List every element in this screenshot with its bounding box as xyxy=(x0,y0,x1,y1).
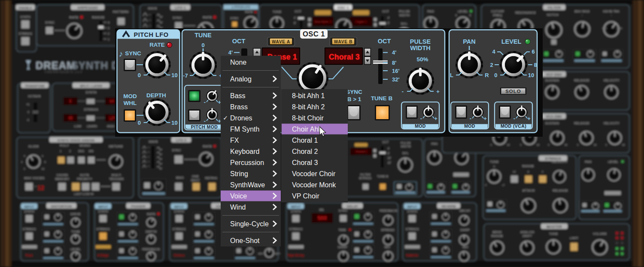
svg-text:SYNC: SYNC xyxy=(125,50,141,57)
svg-text:0: 0 xyxy=(201,42,204,48)
svg-text:String: String xyxy=(230,170,248,177)
svg-text:Drones: Drones xyxy=(230,114,252,122)
svg-text:+: + xyxy=(527,115,531,122)
svg-text:Single-Cycle: Single-Cycle xyxy=(230,220,269,228)
svg-text:8': 8' xyxy=(392,60,396,66)
svg-text:MOD: MOD xyxy=(464,123,475,129)
svg-text:✓: ✓ xyxy=(223,114,228,121)
svg-text:-: - xyxy=(470,115,471,122)
svg-text:4: 4 xyxy=(492,48,495,55)
svg-text:0: 0 xyxy=(494,72,497,78)
svg-text:MOD: MOD xyxy=(123,93,137,99)
svg-text:8-bit Choir: 8-bit Choir xyxy=(292,114,324,122)
svg-text:+: + xyxy=(436,88,440,95)
svg-text:-: - xyxy=(513,115,515,122)
svg-text:SYNC: SYNC xyxy=(346,89,362,95)
svg-text:Choral 3: Choral 3 xyxy=(329,53,360,61)
svg-text:-: - xyxy=(420,115,422,122)
svg-text:10: 10 xyxy=(528,72,534,78)
svg-text:OSC 1: OSC 1 xyxy=(303,30,325,38)
svg-text:TUNE B: TUNE B xyxy=(371,95,393,102)
svg-text:Brass: Brass xyxy=(230,103,248,111)
svg-text:Choir Ahh: Choir Ahh xyxy=(292,126,322,133)
svg-text:-: - xyxy=(402,88,404,95)
svg-text:♪: ♪ xyxy=(119,49,123,58)
svg-text:+: + xyxy=(483,115,487,122)
svg-text:SynthWave: SynthWave xyxy=(230,181,265,189)
svg-text:-7: -7 xyxy=(183,72,188,79)
svg-text:4': 4' xyxy=(392,49,396,56)
svg-text:Bass: Bass xyxy=(230,92,246,99)
svg-text:Choral 2: Choral 2 xyxy=(292,148,318,155)
svg-text:Vocoder Monk: Vocoder Monk xyxy=(292,181,336,189)
svg-text:RATE: RATE xyxy=(149,42,165,48)
svg-text:10: 10 xyxy=(171,120,177,126)
svg-text:OCT: OCT xyxy=(232,38,246,45)
svg-text:WIDTH: WIDTH xyxy=(410,45,431,51)
svg-text:FX: FX xyxy=(230,137,239,144)
svg-text:WAVE A: WAVE A xyxy=(272,39,290,44)
svg-text:8-bit Ahh 2: 8-bit Ahh 2 xyxy=(292,103,325,111)
svg-text:PITCH MOD: PITCH MOD xyxy=(191,124,218,129)
svg-text:MOD (VCA): MOD (VCA) xyxy=(501,123,526,129)
svg-text:6: 6 xyxy=(532,48,535,55)
svg-text:Vocoder Choir: Vocoder Choir xyxy=(292,170,336,177)
svg-text:50%: 50% xyxy=(416,56,428,63)
svg-text:One-Shot: One-Shot xyxy=(230,237,260,244)
svg-text:4': 4' xyxy=(228,49,233,56)
svg-text:16': 16' xyxy=(392,68,400,74)
svg-text:OCT: OCT xyxy=(378,38,391,45)
svg-text:-: - xyxy=(204,99,206,105)
svg-text:Choral 1: Choral 1 xyxy=(292,137,318,144)
svg-text:2: 2 xyxy=(490,62,493,68)
svg-text:Keyboard: Keyboard xyxy=(230,148,260,155)
svg-text:DEPTH: DEPTH xyxy=(146,92,166,99)
svg-text:Analog: Analog xyxy=(230,75,252,83)
svg-text:PITCH LFO: PITCH LFO xyxy=(134,31,168,38)
svg-text:10: 10 xyxy=(171,72,177,78)
svg-text:VP Choir: VP Choir xyxy=(292,192,319,200)
svg-text:Percussion: Percussion xyxy=(230,159,264,166)
svg-text:L: L xyxy=(450,72,453,78)
svg-text:8: 8 xyxy=(534,62,537,68)
svg-text:R: R xyxy=(485,72,489,78)
svg-text:FM Synth: FM Synth xyxy=(230,126,259,133)
svg-text:8-bit Ahh 1: 8-bit Ahh 1 xyxy=(292,92,325,99)
svg-text:32': 32' xyxy=(392,76,400,83)
svg-text:-: - xyxy=(204,118,206,124)
svg-text:0: 0 xyxy=(138,120,141,126)
svg-text:PAN: PAN xyxy=(463,38,476,45)
svg-text:LEVEL: LEVEL xyxy=(501,38,522,45)
svg-text:B > 1: B > 1 xyxy=(347,96,361,102)
svg-text:Choral 3: Choral 3 xyxy=(292,159,318,166)
svg-text:PULSE: PULSE xyxy=(410,38,431,45)
svg-text:MOD: MOD xyxy=(415,123,426,129)
svg-text:+: + xyxy=(434,115,437,122)
svg-text:None: None xyxy=(230,59,246,66)
svg-text:Voice: Voice xyxy=(230,192,247,200)
svg-text:TUNE: TUNE xyxy=(194,32,212,39)
svg-text:Wind: Wind xyxy=(230,204,246,211)
svg-text:0: 0 xyxy=(138,72,141,78)
svg-text:SOLO: SOLO xyxy=(505,89,521,94)
svg-text:WAVE B: WAVE B xyxy=(334,39,353,44)
svg-text:WHL: WHL xyxy=(124,100,137,106)
